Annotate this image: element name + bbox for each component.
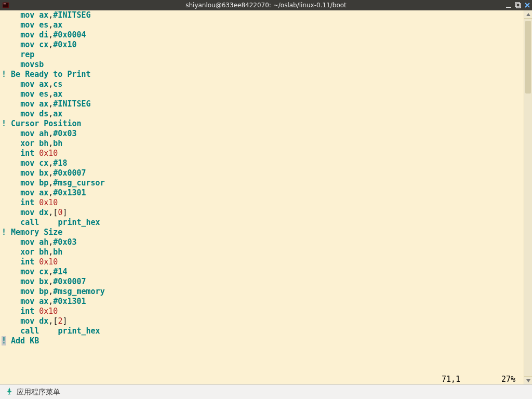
- code-line: ! Cursor Position: [0, 119, 524, 129]
- code-line: mov es,ax: [0, 20, 524, 30]
- scroll-percent: 27%: [501, 375, 515, 384]
- svg-rect-2: [4, 4, 6, 5]
- code-line: mov ax,#0x1301: [0, 297, 524, 307]
- code-line: mov ax,#INITSEG: [0, 10, 524, 20]
- code-line: mov bx,#0x0007: [0, 277, 524, 287]
- applications-menu-icon: [5, 387, 14, 397]
- scrollbar-thumb[interactable]: [525, 21, 531, 94]
- window-close-button[interactable]: [524, 2, 531, 9]
- taskbar[interactable]: 应用程序菜单: [0, 384, 532, 399]
- code-line: mov es,ax: [0, 89, 524, 99]
- window-maximize-button[interactable]: [514, 2, 522, 9]
- code-line: call print_hex: [0, 326, 524, 336]
- window-titlebar[interactable]: shiyanlou@633ee8422070: ~/oslab/linux-0.…: [0, 0, 532, 10]
- code-line: rep: [0, 50, 524, 60]
- code-line: xor bh,bh: [0, 139, 524, 149]
- code-line: ! Be Ready to Print: [0, 70, 524, 79]
- terminal-app-icon: [1, 1, 10, 10]
- editor-area[interactable]: mov ax,#INITSEG mov es,ax mov di,#0x0004…: [0, 10, 524, 384]
- code-line: movsb: [0, 60, 524, 70]
- scroll-down-button[interactable]: [524, 376, 532, 384]
- code-line: mov bp,#msg_cursor: [0, 178, 524, 188]
- code-line: ! Add KB: [0, 336, 524, 346]
- scroll-up-button[interactable]: [524, 10, 532, 19]
- code-line: mov bx,#0x0007: [0, 168, 524, 178]
- code-line: mov ah,#0x03: [0, 237, 524, 247]
- code-line: mov ax,#INITSEG: [0, 99, 524, 109]
- cursor-position: 71,1: [442, 375, 460, 384]
- code-line: mov ah,#0x03: [0, 129, 524, 139]
- code-line: int 0x10: [0, 307, 524, 316]
- terminal-content[interactable]: mov ax,#INITSEG mov es,ax mov di,#0x0004…: [0, 10, 532, 384]
- window-title: shiyanlou@633ee8422070: ~/oslab/linux-0.…: [185, 2, 347, 9]
- applications-menu-button[interactable]: 应用程序菜单: [0, 385, 65, 399]
- code-line: mov dx,[2]: [0, 316, 524, 326]
- code-line: call print_hex: [0, 218, 524, 228]
- svg-rect-5: [516, 4, 521, 8]
- svg-rect-4: [515, 3, 520, 7]
- code-line: mov bp,#msg_memory: [0, 287, 524, 297]
- code-line: mov ds,ax: [0, 109, 524, 119]
- window-minimize-button[interactable]: [505, 2, 512, 9]
- code-line: ! Memory Size: [0, 228, 524, 237]
- vertical-scrollbar[interactable]: [524, 10, 532, 384]
- code-line: mov cx,#0x10: [0, 40, 524, 50]
- code-line: xor bh,bh: [0, 247, 524, 257]
- code-line: mov di,#0x0004: [0, 30, 524, 40]
- svg-rect-3: [506, 7, 511, 8]
- applications-menu-label: 应用程序菜单: [17, 388, 60, 397]
- code-line: mov dx,[0]: [0, 208, 524, 218]
- code-line: mov cx,#18: [0, 158, 524, 168]
- code-line: mov cx,#14: [0, 267, 524, 277]
- code-line: int 0x10: [0, 198, 524, 208]
- code-line: int 0x10: [0, 149, 524, 158]
- code-line: mov ax,cs: [0, 79, 524, 89]
- vim-status-line: 71,1 27%: [0, 375, 523, 384]
- code-line: int 0x10: [0, 257, 524, 267]
- code-line: mov ax,#0x1301: [0, 188, 524, 198]
